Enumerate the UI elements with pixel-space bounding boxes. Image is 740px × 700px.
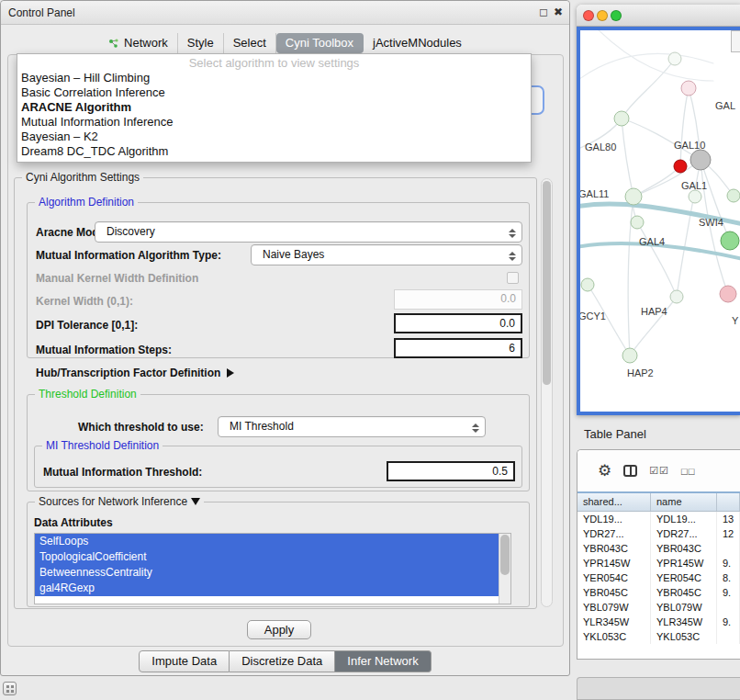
deselect-all-checkboxes-icon[interactable]: □□	[681, 466, 695, 477]
algorithm-option-mutual-information-inference[interactable]: Mutual Information Inference	[17, 115, 531, 130]
tab-select[interactable]: Select	[224, 33, 276, 53]
table-cell: YPR145W	[651, 556, 717, 570]
tab-style[interactable]: Style	[178, 33, 224, 53]
attribute-item-betweennesscentrality[interactable]: BetweennessCentrality	[35, 565, 499, 581]
sources-title[interactable]: Sources for Network Inference	[35, 495, 204, 508]
table-row[interactable]: YBR043CYBR043C	[577, 541, 740, 556]
network-edge[interactable]	[594, 30, 713, 81]
network-canvas[interactable]: GAL80GALGAL10GAL11GAL1SWI4GAL4GCY1HAP4YH…	[577, 27, 740, 415]
algorithm-option-bayesian-hill-climbing[interactable]: Bayesian – Hill Climbing	[17, 71, 531, 85]
network-node[interactable]	[727, 189, 740, 202]
table-row[interactable]: YDR27...YDR27...12	[577, 526, 740, 541]
table-row[interactable]: YPR145WYPR145W9.	[577, 556, 740, 570]
network-node-label-gal80: GAL80	[585, 141, 616, 152]
table-cell: 9.	[717, 615, 740, 629]
network-edge[interactable]	[580, 54, 713, 82]
network-node-label-gal4: GAL4	[639, 236, 665, 247]
column-header-name[interactable]: name	[651, 493, 717, 511]
mi-steps-field[interactable]: 6	[394, 338, 522, 358]
attribute-item-selfloops[interactable]: SelfLoops	[35, 534, 499, 549]
table-cell	[717, 541, 740, 556]
table-header-row: shared...name	[577, 491, 740, 512]
network-node[interactable]	[670, 290, 683, 303]
table-cell: YKL053C	[651, 629, 717, 644]
tab-jactivemnodules[interactable]: jActiveMNodules	[364, 33, 471, 53]
bottom-tab-infer-network[interactable]: Infer Network	[335, 650, 431, 672]
network-node-label-gal11: GAL11	[580, 188, 609, 199]
network-view-window: GAL80GALGAL10GAL11GAL1SWI4GAL4GCY1HAP4YH…	[577, 5, 740, 415]
network-node[interactable]	[581, 278, 594, 291]
columns-icon[interactable]	[623, 465, 637, 477]
network-window-titlebar	[577, 5, 740, 27]
zoom-window-icon[interactable]	[611, 10, 622, 21]
bottom-tab-impute-data[interactable]: Impute Data	[139, 650, 230, 672]
aracne-mode-value: Discovery	[95, 222, 521, 242]
kernel-width-label: Kernel Width (0,1):	[36, 295, 133, 308]
table-cell: YKL053C	[577, 629, 651, 644]
table-row[interactable]: YBR045CYBR045C9.	[577, 585, 740, 600]
table-row[interactable]: YDL19...YDL19...13	[577, 512, 740, 526]
settings-scrollbar-thumb[interactable]	[543, 181, 551, 385]
network-node[interactable]	[720, 286, 736, 302]
float-window-icon[interactable]: ◻	[539, 6, 548, 18]
network-node[interactable]	[681, 81, 696, 96]
algorithm-option-dream8-dc-tdc-algorithm[interactable]: Dream8 DC_TDC Algorithm	[17, 144, 531, 159]
network-node-label-y: Y	[732, 315, 739, 326]
algorithm-option-basic-correlation-inference[interactable]: Basic Correlation Inference	[17, 85, 531, 100]
apply-button[interactable]: Apply	[247, 620, 311, 639]
table-row[interactable]: YKL053CYKL053C	[577, 629, 740, 644]
network-node[interactable]	[690, 150, 711, 170]
attribute-item-topologicalcoefficient[interactable]: TopologicalCoefficient	[35, 549, 499, 565]
network-node[interactable]	[674, 160, 687, 173]
select-all-checkboxes-icon[interactable]: ☑☑	[649, 465, 669, 477]
tab-cyni-toolbox[interactable]: Cyni Toolbox	[276, 33, 364, 53]
settings-scrollbar[interactable]	[541, 178, 553, 607]
network-edge[interactable]	[680, 88, 689, 166]
expander-down-icon	[191, 498, 200, 505]
network-node[interactable]	[631, 216, 644, 229]
mi-algorithm-type-select[interactable]: Naive Bayes	[251, 244, 522, 265]
chevron-updown-icon	[508, 249, 517, 263]
close-window-icon[interactable]	[583, 10, 594, 21]
attribute-list-scrollbar-thumb[interactable]	[500, 535, 510, 575]
table-cell: YBR043C	[577, 541, 651, 556]
network-scrollbar-button[interactable]	[731, 30, 740, 52]
table-row[interactable]: YER054CYER054C8.	[577, 570, 740, 585]
minimize-window-icon[interactable]	[597, 10, 608, 21]
algorithm-option-aracne-algorithm[interactable]: ARACNE Algorithm	[17, 100, 531, 115]
network-graph[interactable]: GAL80GALGAL10GAL11GAL1SWI4GAL4GCY1HAP4YH…	[580, 30, 740, 415]
data-attributes-label: Data Attributes	[34, 516, 113, 529]
mi-threshold-field[interactable]: 0.5	[387, 461, 515, 481]
column-header-2[interactable]	[717, 493, 740, 511]
bottom-tab-discretize-data[interactable]: Discretize Data	[230, 650, 335, 672]
tab-network[interactable]: Network	[99, 33, 178, 53]
gear-icon[interactable]: ⚙	[598, 463, 611, 479]
network-node[interactable]	[622, 348, 637, 363]
tab-label: Style	[187, 36, 214, 50]
dpi-tolerance-field[interactable]: 0.0	[394, 313, 522, 333]
network-node[interactable]	[668, 52, 681, 65]
which-threshold-select[interactable]: MI Threshold	[218, 416, 486, 437]
network-edge[interactable]	[637, 222, 677, 297]
algorithm-option-bayesian-k2[interactable]: Bayesian – K2	[17, 130, 531, 144]
table-cell: YER054C	[651, 570, 717, 585]
table-row[interactable]: YLR345WYLR345W9.	[577, 615, 740, 629]
network-node[interactable]	[689, 190, 701, 203]
table-cell	[717, 600, 740, 615]
network-node[interactable]	[614, 111, 629, 126]
network-node[interactable]	[721, 231, 739, 250]
network-edge[interactable]	[622, 119, 633, 197]
manual-kernel-width-checkbox[interactable]	[507, 272, 519, 284]
column-header-shared[interactable]: shared...	[577, 493, 651, 511]
hub-definition-expander[interactable]: Hub/Transcription Factor Definition	[36, 367, 234, 379]
network-edge[interactable]	[622, 59, 675, 119]
attribute-item-gal4rgexp[interactable]: gal4RGexp	[35, 581, 499, 596]
kernel-width-field[interactable]: 0.0	[394, 289, 522, 310]
close-window-icon[interactable]: ✖	[554, 6, 563, 18]
collapsed-panel-icon[interactable]	[3, 682, 17, 695]
attribute-list-scrollbar[interactable]	[499, 534, 510, 604]
aracne-mode-select[interactable]: Discovery	[95, 221, 522, 243]
table-cell: YDL19...	[651, 512, 717, 526]
table-row[interactable]: YBL079WYBL079W	[577, 600, 740, 615]
network-node[interactable]	[625, 188, 642, 205]
